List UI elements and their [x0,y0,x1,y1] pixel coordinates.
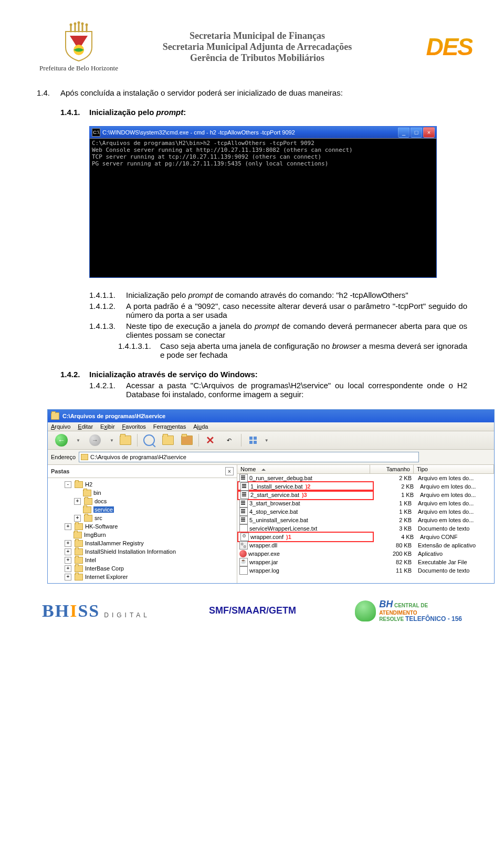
tree-label: docs [94,498,107,504]
file-size: 2 KB [374,483,417,490]
file-type: Arquivo em lotes do... [415,500,494,506]
views-button[interactable] [246,433,260,448]
tree-toggle-icon[interactable]: + [65,540,71,547]
header-line1: Secretaria Municipal de Finanças [136,30,378,42]
tree-toggle-icon[interactable]: - [65,481,71,488]
logo-pbh: Prefeitura de Belo Horizonte [32,21,126,72]
tree-item[interactable]: +src [49,514,236,522]
tree-label: Intel [85,557,96,563]
folder-tree: -H2bin+docsservice+src+HK-SoftwareImgBur… [48,478,237,583]
file-row[interactable]: wrapper.log11 KBDocumento de texto [237,566,494,575]
file-row[interactable]: 5_uninstall_service.bat2 KBArquivo em lo… [237,516,494,524]
tree-item[interactable]: +HK-Software [49,522,236,531]
svg-point-1 [74,23,77,25]
menu-arquivo[interactable]: Arquivo [51,423,70,430]
file-row[interactable]: wrapper.exe200 KBAplicativo [237,550,494,558]
folder-icon [51,412,59,420]
tree-item[interactable]: -H2 [49,480,236,489]
history-button[interactable] [180,433,194,448]
address-input[interactable]: C:\Arquivos de programas\H2\service [79,452,419,462]
file-size: 2 KB [372,517,415,523]
tree-item[interactable]: +InstallShield Installation Information [49,547,236,556]
undo-button[interactable]: ↶ [222,433,237,448]
explorer-body: Pastas × -H2bin+docsservice+src+HK-Softw… [48,465,494,583]
tree-toggle-icon[interactable]: + [65,574,71,581]
menu-favoritos[interactable]: Favoritos [122,423,146,430]
tree-toggle-icon[interactable]: + [74,498,81,505]
maximize-button[interactable]: □ [411,127,422,138]
delete-button[interactable]: ✕ [203,433,218,448]
tree-item[interactable]: +docs [49,497,236,505]
tree-item[interactable]: +InstallJammer Registry [49,539,236,547]
menu-exibir[interactable]: Exibir [100,423,115,430]
file-name: serviceWrapperLicense.txt [249,525,317,532]
file-row[interactable]: 3_start_browser.bat1 KBArquivo em lotes … [237,499,494,507]
header-center: Secretaria Municipal de Finanças Secreta… [126,30,388,64]
forward-button[interactable]: → [85,433,106,448]
col-nome[interactable]: Nome [237,465,370,473]
tree-label: InstallShield Installation Information [85,548,176,555]
column-headers: Nome Tamanho Tipo [237,465,494,474]
file-name: 3_start_browser.bat [249,500,300,506]
folder-icon [75,565,83,572]
cmd-output: C:\Arquivos de programas\H2\bin>h2 -tcpA… [90,138,436,277]
tree-toggle-icon[interactable]: + [74,515,81,522]
close-tree-button[interactable]: × [225,467,234,475]
central-text: BH CENTRAL DE ATENDIMENTO RESOLVE TELEFÔ… [379,599,462,623]
folder-icon [83,490,91,496]
bat-file-icon [239,474,248,482]
tree-item[interactable]: service [49,505,236,514]
search-button[interactable] [142,433,156,448]
bat-file-icon [239,516,248,524]
tree-label: ImgBurn [84,532,106,538]
menu-editar[interactable]: Editar [78,423,93,430]
file-size: 3 KB [372,525,415,532]
col-tipo[interactable]: Tipo [414,465,494,473]
folders-button[interactable] [161,433,175,448]
section-1-4-1: 1.4.1. Inicialização pelo prompt: [37,108,467,117]
file-row[interactable]: wrapper.dll80 KBExtensão de aplicativo [237,541,494,550]
exe-file-icon [239,550,247,557]
file-row[interactable]: 4_stop_service.bat1 KBArquivo em lotes d… [237,507,494,516]
tree-item[interactable]: +Internet Explorer [49,573,236,581]
file-type: Executable Jar File [415,559,494,565]
file-type: Extensão de aplicativo [415,542,494,548]
col-tamanho[interactable]: Tamanho [370,465,414,473]
section-1-4-1-3-1: 1.4.1.3.1. Caso seja aberta uma janela d… [37,341,467,359]
tree-toggle-icon[interactable]: + [65,565,71,572]
tree-item[interactable]: +Intel [49,556,236,564]
menu-ferramentas[interactable]: Ferramentas [153,423,186,430]
address-value: C:\Arquivos de programas\H2\service [90,454,186,460]
num-1-4-1-3: 1.4.1.3. [89,322,126,339]
highlight-number: )1 [286,534,291,540]
section-1-4-2-1: 1.4.2.1. Acessar a pasta "C:\Arquivos de… [37,381,467,399]
file-size: 1 KB [372,500,415,506]
menu-ajuda[interactable]: Ajuda [193,423,208,430]
tree-item[interactable]: +InterBase Corp [49,564,236,573]
tree-toggle-icon[interactable]: + [65,557,71,564]
file-row[interactable]: wrapper.conf)14 KBArquivo CONF [237,533,494,541]
file-row[interactable]: wrapper.jar82 KBExecutable Jar File [237,558,494,566]
tree-toggle-icon[interactable]: + [65,548,71,555]
text-1-4-1-3-1: Caso seja aberta uma janela de configura… [160,341,467,359]
file-name: wrapper.jar [249,559,278,565]
text-1-4-1-1: Inicialização pelo prompt de comando atr… [126,291,408,299]
tree-item[interactable]: bin [49,489,236,497]
tree-toggle-icon[interactable]: + [65,523,71,530]
num-1-4-2-1: 1.4.2.1. [89,381,126,399]
close-button[interactable]: × [423,127,435,138]
tree-item[interactable]: ImgBurn [49,531,236,539]
file-name: wrapper.exe [248,551,280,557]
folder-icon [84,498,92,505]
file-type: Aplicativo [415,551,494,557]
back-button[interactable]: ← [51,433,72,448]
explorer-toolbar: ← ▼ → ▼ ✕ ↶ ▼ [48,431,494,450]
tree-label: InstallJammer Registry [85,540,144,546]
txt-file-icon [239,566,248,575]
minimize-button[interactable]: _ [398,127,410,138]
text-1-4-2: Inicialização através de serviço do Wind… [89,370,258,379]
folder-icon [75,523,83,530]
conf-file-icon [240,533,249,541]
up-button[interactable] [118,433,133,448]
file-row[interactable]: 2_start_service.bat)31 KBArquivo em lote… [237,491,494,499]
